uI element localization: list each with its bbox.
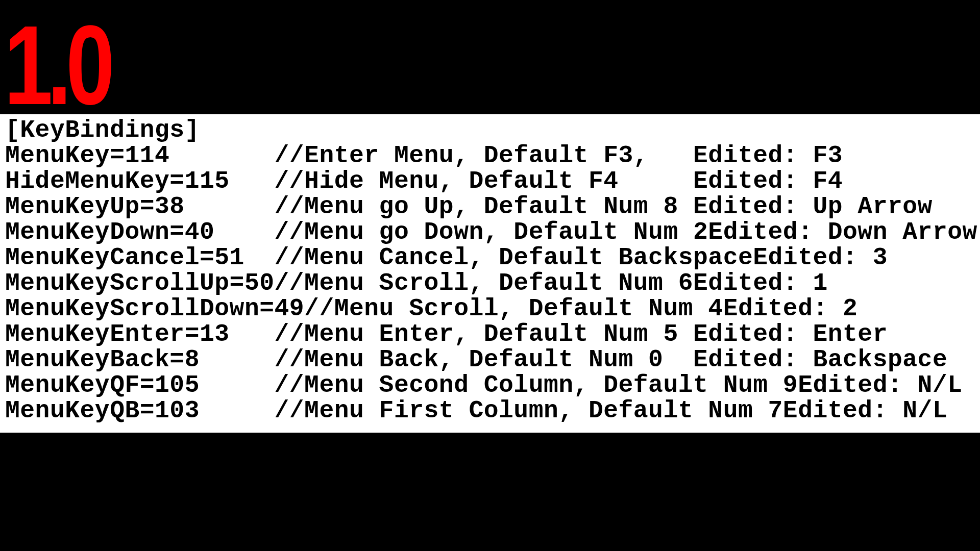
- version-logo: 1.0: [4, 23, 109, 108]
- keybinding-row: MenuKey=114 //Enter Menu, Default F3, Ed…: [5, 143, 975, 168]
- keybinding-row: MenuKeyUp=38 //Menu go Up, Default Num 8…: [5, 194, 975, 219]
- keybinding-row: MenuKeyDown=40 //Menu go Down, Default N…: [5, 219, 975, 245]
- keybinding-row: MenuKeyQB=103 //Menu First Column, Defau…: [5, 398, 975, 423]
- keybinding-row: MenuKeyCancel=51 //Menu Cancel, Default …: [5, 245, 975, 270]
- keybinding-row: MenuKeyScrollDown=49//Menu Scroll, Defau…: [5, 296, 975, 321]
- section-header: [KeyBindings]: [5, 117, 975, 143]
- keybindings-panel: [KeyBindings] MenuKey=114 //Enter Menu, …: [0, 114, 980, 433]
- keybinding-row: MenuKeyScrollUp=50//Menu Scroll, Default…: [5, 270, 975, 296]
- keybinding-row: MenuKeyBack=8 //Menu Back, Default Num 0…: [5, 347, 975, 372]
- keybinding-row: HideMenuKey=115 //Hide Menu, Default F4 …: [5, 168, 975, 194]
- keybinding-row: MenuKeyQF=105 //Menu Second Column, Defa…: [5, 372, 975, 398]
- keybinding-row: MenuKeyEnter=13 //Menu Enter, Default Nu…: [5, 321, 975, 347]
